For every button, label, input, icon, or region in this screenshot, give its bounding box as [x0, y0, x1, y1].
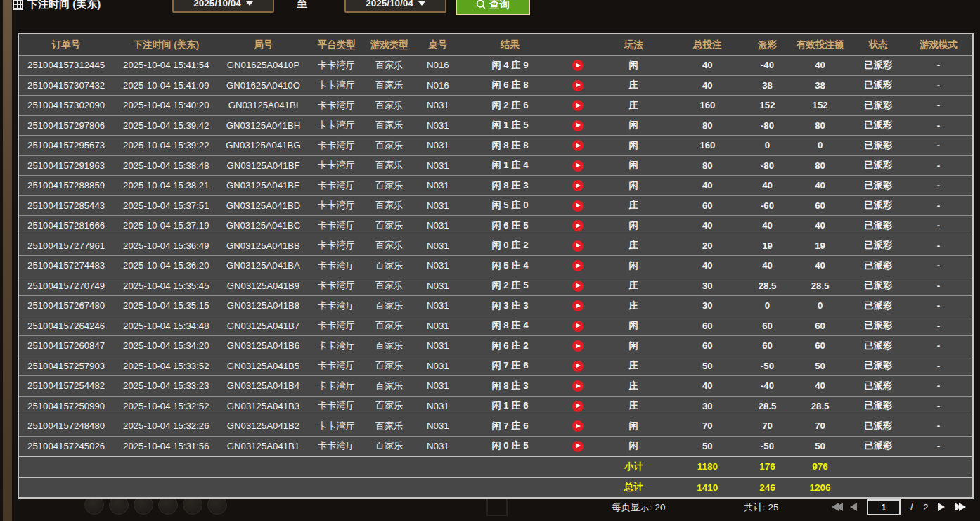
cell-payout: -80: [746, 115, 788, 136]
replay-icon[interactable]: [572, 220, 584, 231]
cell-payout: 38: [746, 75, 788, 96]
replay-icon[interactable]: [572, 240, 584, 252]
cell-platform: 卡卡湾厅: [308, 176, 366, 196]
cell-game-type: 百家乐: [366, 176, 413, 196]
replay-icon[interactable]: [572, 80, 584, 91]
calendar-icon: [13, 0, 23, 10]
replay-icon[interactable]: [572, 281, 584, 292]
cell-game-type: 百家乐: [366, 296, 413, 316]
table-header-row: 订单号下注时间 (美东)局号平台类型游戏类型桌号结果玩法总投注派彩有效投注额状态…: [18, 34, 973, 56]
column-header: 平台类型: [308, 34, 366, 56]
replay-icon[interactable]: [572, 140, 584, 151]
replay-icon[interactable]: [572, 100, 584, 111]
cell-order-id: 251004157248480: [18, 416, 113, 437]
cell-status: 已派彩: [852, 176, 905, 196]
cell-result: 闲 8 庄 8: [463, 136, 557, 156]
cell-round-id: GN03125A041BE: [219, 176, 307, 196]
replay-icon[interactable]: [572, 180, 584, 191]
replay-icon[interactable]: [572, 441, 584, 452]
prev-page-icon[interactable]: [850, 503, 857, 511]
column-header: 游戏模式: [905, 34, 973, 56]
cell-status: 已派彩: [852, 136, 905, 156]
cell-game-type: 百家乐: [366, 115, 413, 136]
cell-result: 闲 6 庄 2: [463, 336, 557, 356]
cell-platform: 卡卡湾厅: [308, 336, 366, 356]
replay-icon[interactable]: [572, 120, 584, 131]
cell-bet-time: 2025-10-04 15:41:09: [113, 75, 219, 96]
cell-game-mode: -: [905, 75, 973, 96]
cell-status: 已派彩: [852, 115, 905, 136]
sum-label: 小计: [598, 456, 669, 477]
page-number-input[interactable]: [867, 499, 901, 515]
replay-cell: [557, 56, 598, 76]
replay-icon[interactable]: [572, 361, 584, 372]
cell-game-mode: -: [905, 376, 973, 397]
total-pages-label: 2: [923, 502, 929, 513]
cell-game-type: 百家乐: [366, 96, 413, 116]
cell-total-bet: 70: [669, 416, 746, 437]
cell-play-type: 闲: [598, 216, 669, 236]
cell-total-bet: 40: [669, 176, 746, 196]
replay-icon[interactable]: [572, 200, 584, 212]
cell-valid-bet: 152: [789, 96, 852, 116]
search-icon: [476, 0, 486, 10]
replay-icon[interactable]: [572, 401, 584, 412]
cell-platform: 卡卡湾厅: [308, 356, 366, 376]
date-from-select[interactable]: 2025/10/04: [172, 0, 274, 13]
cell-payout: 40: [746, 176, 788, 196]
column-header: 订单号: [18, 34, 113, 56]
cell-table-no: N031: [413, 136, 463, 156]
replay-icon[interactable]: [572, 420, 584, 432]
table-row: 2510041573124452025-10-04 15:41:54GN0162…: [18, 56, 973, 76]
replay-icon[interactable]: [572, 321, 584, 332]
cell-round-id: GN03125A041BB: [219, 236, 307, 256]
total-count-label: 共计: 25: [744, 501, 779, 514]
cell-table-no: N031: [413, 256, 463, 276]
cell-valid-bet: 60: [789, 336, 852, 356]
subtotal-row: 小计1180176976: [18, 456, 973, 477]
cell-status: 已派彩: [852, 316, 905, 336]
cell-play-type: 闲: [598, 56, 669, 76]
cell-order-id: 251004157302090: [18, 96, 113, 116]
cell-total-bet: 40: [669, 56, 746, 76]
page-navigation: / 2: [832, 498, 963, 516]
date-to-select[interactable]: 2025/10/04: [344, 0, 446, 13]
cell-order-id: 251004157312445: [18, 56, 113, 76]
bet-time-label: 下注时间 (美东): [27, 0, 101, 11]
cell-game-type: 百家乐: [366, 336, 413, 356]
cell-play-type: 闲: [598, 256, 669, 276]
next-page-icon[interactable]: [938, 503, 945, 511]
cell-game-type: 百家乐: [366, 236, 413, 256]
cell-order-id: 251004157274483: [18, 256, 113, 276]
caret-down-icon: [418, 1, 425, 6]
cell-platform: 卡卡湾厅: [308, 155, 366, 176]
column-header: [557, 34, 598, 56]
cell-round-id: GN03125A041B5: [219, 356, 307, 376]
replay-icon[interactable]: [572, 300, 584, 311]
cell-platform: 卡卡湾厅: [308, 56, 366, 76]
cell-play-type: 闲: [598, 436, 669, 456]
replay-icon[interactable]: [572, 380, 584, 392]
sum-payout: 176: [746, 456, 788, 477]
replay-icon[interactable]: [572, 160, 584, 172]
cell-bet-time: 2025-10-04 15:41:54: [113, 56, 219, 76]
replay-cell: [557, 396, 598, 416]
cell-result: 闲 0 庄 5: [463, 436, 557, 456]
cell-table-no: N031: [413, 396, 463, 416]
replay-icon[interactable]: [572, 260, 584, 271]
cell-status: 已派彩: [852, 376, 905, 397]
cell-order-id: 251004157295673: [18, 136, 113, 156]
replay-cell: [557, 416, 598, 437]
last-page-icon[interactable]: [955, 503, 963, 511]
cell-status: 已派彩: [852, 75, 905, 96]
empty-cell: [18, 456, 598, 477]
replay-icon[interactable]: [572, 340, 584, 352]
replay-icon[interactable]: [572, 60, 584, 71]
cell-bet-time: 2025-10-04 15:36:49: [113, 236, 219, 256]
cell-round-id: GN01625A0410O: [219, 75, 307, 96]
first-page-icon[interactable]: [832, 503, 840, 511]
cell-valid-bet: 40: [789, 216, 852, 236]
column-header: 有效投注额: [789, 34, 852, 56]
query-button[interactable]: 查询: [456, 0, 530, 15]
cell-table-no: N031: [413, 376, 463, 397]
